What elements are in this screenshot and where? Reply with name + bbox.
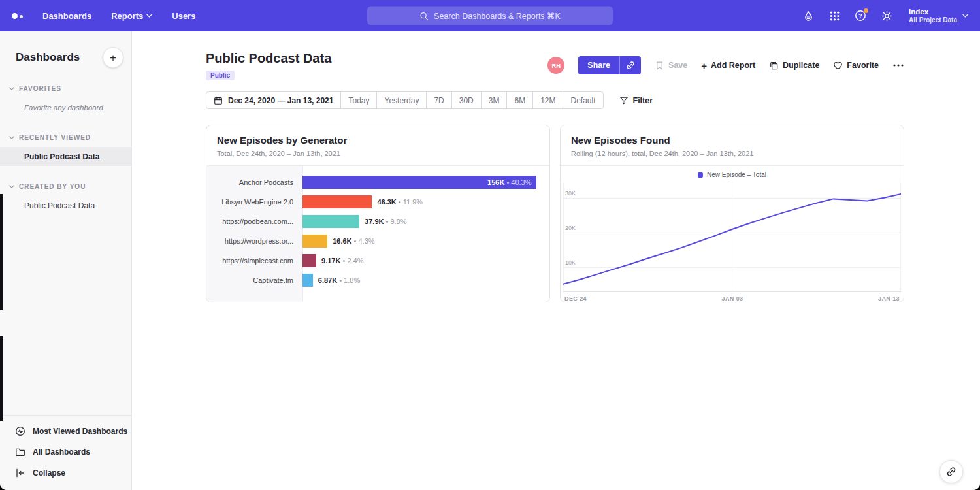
bar-row: Captivate.fm6.87K • 1.8% [206, 270, 549, 290]
droplet-icon[interactable] [802, 9, 815, 22]
report-card-line[interactable]: New Episodes Found Rolling (12 hours), t… [560, 125, 904, 302]
date-preset-yesterday[interactable]: Yesterday [377, 92, 427, 108]
chevron-down-icon [962, 14, 968, 18]
share-link-button[interactable] [619, 56, 641, 74]
date-controls-row: Dec 24, 2020 — Jan 13, 2021 TodayYesterd… [206, 91, 904, 109]
favorite-label: Favorite [847, 61, 879, 70]
section-header-recent[interactable]: RECENTLY VIEWED [0, 134, 131, 141]
add-dashboard-button[interactable]: + [103, 47, 123, 68]
card-header: New Episodes by Generator Total, Dec 24t… [206, 125, 549, 166]
date-preset-12m[interactable]: 12M [533, 92, 563, 108]
report-card-bar[interactable]: New Episodes by Generator Total, Dec 24t… [206, 125, 550, 302]
nav-item-reports[interactable]: Reports [111, 11, 152, 21]
filter-button[interactable]: Filter [619, 96, 653, 105]
x-axis-labels: DEC 24 JAN 03 JAN 13 [563, 292, 901, 302]
bar-value-label: 37.9K • 9.8% [365, 218, 406, 225]
x-tick-label: JAN 03 [722, 295, 743, 302]
search-input[interactable]: Search Dashboards & Reports ⌘K [367, 7, 613, 25]
help-icon[interactable]: ? [854, 9, 867, 22]
report-cards: New Episodes by Generator Total, Dec 24t… [206, 125, 904, 302]
nav-item-reports-label: Reports [111, 11, 143, 21]
nav-item-users[interactable]: Users [172, 11, 195, 21]
date-preset-30d[interactable]: 30D [452, 92, 482, 108]
apps-grid-icon[interactable] [828, 9, 841, 22]
logo-dot [20, 15, 23, 18]
public-badge: Public [206, 71, 235, 80]
footer-item-label: Most Viewed Dashboards [33, 427, 127, 436]
date-preset-default[interactable]: Default [563, 92, 602, 108]
collapse-sidebar-button[interactable]: Collapse [0, 463, 131, 483]
add-report-label: Add Report [711, 61, 755, 70]
bar-track: 9.17K • 2.4% [302, 254, 549, 267]
y-tick-label: 20K [565, 225, 576, 231]
most-viewed-dashboards-button[interactable]: Most Viewed Dashboards [0, 421, 131, 442]
sidebar-title: Dashboards [16, 51, 80, 64]
card-subtitle: Rolling (12 hours), total, Dec 24th, 202… [571, 150, 893, 157]
project-selector[interactable]: Index All Project Data [909, 8, 968, 24]
collapse-icon [15, 468, 25, 478]
avatar[interactable]: RH [547, 57, 564, 74]
favorites-empty-hint: Favorite any dashboard [0, 98, 131, 117]
date-range-picker[interactable]: Dec 24, 2020 — Jan 13, 2021 [206, 92, 341, 108]
section-header-favorites[interactable]: FAVORITES [0, 85, 131, 92]
line-chart: New Episode – Total 10K20K30K DEC 24 JAN… [561, 166, 904, 302]
legend-label: New Episode – Total [707, 171, 766, 178]
bar-category-label: https://simplecast.com [206, 257, 302, 265]
card-title: New Episodes by Generator [217, 135, 539, 146]
calendar-icon [214, 96, 223, 105]
bar-category-label: https://podbean.com... [206, 218, 302, 225]
bar-segment[interactable] [302, 235, 327, 248]
folder-icon [15, 447, 25, 457]
date-preset-6m[interactable]: 6M [507, 92, 533, 108]
bar-category-label: Captivate.fm [206, 276, 302, 284]
sidebar-footer: Most Viewed Dashboards All Dashboards Co… [0, 415, 131, 490]
footer-item-label: All Dashboards [33, 448, 90, 457]
sidebar-section-favorites: FAVORITES Favorite any dashboard [0, 85, 131, 117]
chevron-down-icon [146, 14, 152, 18]
bar-row: https://podbean.com...37.9K • 9.8% [206, 212, 549, 231]
favorite-button[interactable]: Favorite [833, 61, 879, 71]
bar-row: https://wordpress.or...16.6K • 4.3% [206, 231, 549, 251]
page-header: Public Podcast Data Public RH Share Save [206, 51, 904, 80]
bar-category-label: https://wordpress.or... [206, 237, 302, 245]
add-report-button[interactable]: + Add Report [701, 61, 755, 71]
bar-segment[interactable] [302, 195, 372, 208]
sidebar-item-public-podcast-data[interactable]: Public Podcast Data [0, 147, 131, 166]
title-block: Public Podcast Data Public [206, 51, 331, 80]
bar-row: https://simplecast.com9.17K • 2.4% [206, 251, 549, 270]
bar-value-label: 6.87K • 1.8% [318, 276, 360, 284]
bar-segment[interactable] [302, 215, 359, 228]
sidebar-item-public-podcast-data[interactable]: Public Podcast Data [0, 196, 131, 215]
sidebar-list: FAVORITES Favorite any dashboard RECENTL… [0, 68, 131, 415]
section-header-created[interactable]: CREATED BY YOU [0, 183, 131, 190]
date-preset-7d[interactable]: 7D [427, 92, 451, 108]
filter-icon [619, 96, 629, 105]
section-label: RECENTLY VIEWED [19, 134, 91, 141]
page-title: Public Podcast Data [206, 51, 331, 66]
bar-segment[interactable]: 156K • 40.3% [302, 176, 536, 189]
more-actions-button[interactable] [892, 63, 904, 67]
sidebar-header: Dashboards + [0, 31, 131, 68]
sidebar-section-recent: RECENTLY VIEWED Public Podcast Data [0, 134, 131, 166]
date-preset-3m[interactable]: 3M [482, 92, 508, 108]
nav-item-dashboards[interactable]: Dashboards [42, 11, 91, 21]
bar-value-label: 46.3K • 11.9% [377, 198, 423, 206]
navbar-right: ? Index All Project Data [802, 8, 968, 24]
bar-segment[interactable] [302, 254, 316, 267]
bar-segment[interactable] [302, 274, 313, 287]
x-tick-label: JAN 13 [878, 295, 900, 302]
share-button[interactable]: Share [578, 56, 619, 74]
chevron-down-icon [9, 136, 14, 139]
svg-text:?: ? [858, 12, 862, 19]
copy-link-fab[interactable] [939, 460, 963, 483]
duplicate-label: Duplicate [783, 61, 819, 70]
duplicate-button[interactable]: Duplicate [769, 61, 819, 71]
save-button[interactable]: Save [655, 61, 687, 71]
bar-row: Anchor Podcasts156K • 40.3% [206, 172, 549, 192]
app-logo[interactable] [12, 13, 23, 19]
all-dashboards-button[interactable]: All Dashboards [0, 442, 131, 463]
sidebar-section-created: CREATED BY YOU Public Podcast Data [0, 183, 131, 215]
window-edge-artifact [0, 194, 3, 310]
date-preset-today[interactable]: Today [341, 92, 377, 108]
gear-icon[interactable] [880, 9, 893, 22]
